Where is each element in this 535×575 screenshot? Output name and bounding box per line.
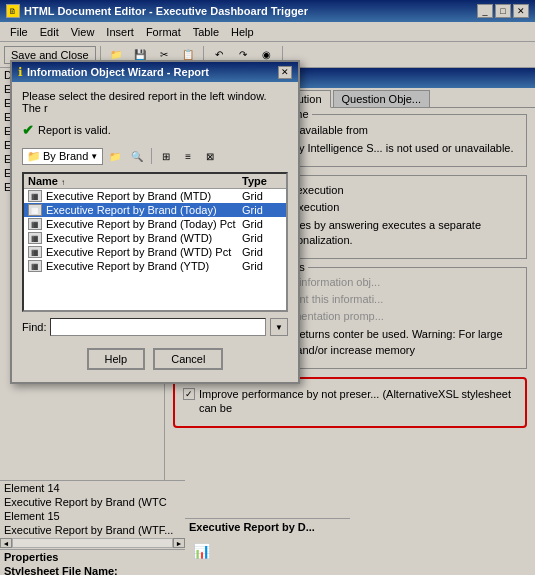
close-button[interactable]: ✕ [513, 4, 529, 18]
scroll-left-btn[interactable]: ◄ [0, 538, 12, 548]
valid-text: Report is valid. [38, 124, 111, 136]
scroll-track [12, 538, 173, 548]
dialog-tool-btn-4[interactable]: ≡ [178, 146, 198, 166]
app-icon: 🗎 [6, 4, 20, 18]
report-icon-1: ▦ [28, 204, 42, 216]
report-name-4: Executive Report by Brand (WTD) Pct [46, 246, 242, 258]
find-button[interactable]: ▼ [270, 318, 288, 336]
menu-help[interactable]: Help [225, 24, 260, 40]
find-input[interactable] [50, 318, 266, 336]
tab-question-object[interactable]: Question Obje... [333, 90, 431, 107]
report-icon-0: ▦ [28, 190, 42, 202]
report-row-5[interactable]: ▦ Executive Report by Brand (YTD) Grid [24, 259, 286, 273]
sort-arrow-icon: ↑ [61, 178, 65, 187]
menu-file[interactable]: File [4, 24, 34, 40]
formatting-checkbox-row-0: ✓ Improve performance by not preser... (… [183, 387, 517, 416]
dialog-icon: ℹ [18, 65, 23, 79]
menu-format[interactable]: Format [140, 24, 187, 40]
dialog-title-bar: ℹ Information Object Wizard - Report ✕ [12, 62, 298, 82]
window-title: HTML Document Editor - Executive Dashboa… [24, 5, 308, 17]
dialog-title-left: ℹ Information Object Wizard - Report [18, 65, 209, 79]
find-label: Find: [22, 321, 46, 333]
bottom-item-3[interactable]: Executive Report by Brand (WTF... [0, 523, 185, 537]
report-row-4[interactable]: ▦ Executive Report by Brand (WTD) Pct Gr… [24, 245, 286, 259]
dialog-title-text: Information Object Wizard - Report [27, 66, 209, 78]
report-name-0: Executive Report by Brand (MTD) [46, 190, 242, 202]
brand-folder-icon: 📁 [27, 150, 41, 163]
col-name-label: Name [28, 175, 58, 187]
report-type-4: Grid [242, 246, 282, 258]
report-type-3: Grid [242, 232, 282, 244]
dialog-tool-separator [151, 148, 152, 164]
bottom-center-icon-area: 📊 [185, 537, 350, 565]
dialog-tool-btn-5[interactable]: ⊠ [200, 146, 220, 166]
report-type-0: Grid [242, 190, 282, 202]
bottom-item-2[interactable]: Element 15 [0, 509, 185, 523]
title-bar: 🗎 HTML Document Editor - Executive Dashb… [0, 0, 535, 22]
report-name-5: Executive Report by Brand (YTD) [46, 260, 242, 272]
dialog-body: Please select the desired report in the … [12, 82, 298, 382]
bottom-item-0[interactable]: Element 14 [0, 481, 185, 495]
find-bar: Find: ▼ [22, 318, 288, 336]
brand-dropdown[interactable]: 📁 By Brand ▼ [22, 148, 103, 165]
dialog-instruction: Please select the desired report in the … [22, 90, 288, 114]
report-icon-3: ▦ [28, 232, 42, 244]
brand-dropdown-arrow-icon: ▼ [90, 152, 98, 161]
cancel-button[interactable]: Cancel [153, 348, 223, 370]
report-icon-2: ▦ [28, 218, 42, 230]
menu-view[interactable]: View [65, 24, 101, 40]
dialog-tool-btn-1[interactable]: 📁 [105, 146, 125, 166]
dialog-buttons: Help Cancel [22, 344, 288, 374]
report-type-2: Grid [242, 218, 282, 230]
report-type-1: Grid [242, 204, 282, 216]
report-row-2[interactable]: ▦ Executive Report by Brand (Today) Pct … [24, 217, 286, 231]
report-type-5: Grid [242, 260, 282, 272]
report-icon-5: ▦ [28, 260, 42, 272]
col-name-header: Name ↑ [28, 175, 242, 187]
check-icon: ✔ [22, 122, 34, 138]
window-controls: _ □ ✕ [477, 4, 529, 18]
col-type-header: Type [242, 175, 282, 187]
formatting-information-section: Formatting Information ✓ Improve perform… [173, 377, 527, 428]
menu-edit[interactable]: Edit [34, 24, 65, 40]
report-row-1[interactable]: ▦ Executive Report by Brand (Today) Grid [24, 203, 286, 217]
information-object-wizard-dialog: ℹ Information Object Wizard - Report ✕ P… [10, 60, 300, 384]
report-row-0[interactable]: ▦ Executive Report by Brand (MTD) Grid [24, 189, 286, 203]
report-name-2: Executive Report by Brand (Today) Pct [46, 218, 242, 230]
dialog-close-button[interactable]: ✕ [278, 66, 292, 79]
report-list-container: Name ↑ Type ▦ Executive Report by Brand … [22, 172, 288, 312]
formatting-content: ✓ Improve performance by not preser... (… [183, 387, 517, 416]
report-name-3: Executive Report by Brand (WTD) [46, 232, 242, 244]
formatting-checkbox-label-0: Improve performance by not preser... (Al… [199, 387, 517, 416]
menu-table[interactable]: Table [187, 24, 225, 40]
maximize-button[interactable]: □ [495, 4, 511, 18]
exec-report-label: Executive Report by D... [185, 518, 350, 535]
brand-label: By Brand [43, 150, 88, 162]
minimize-button[interactable]: _ [477, 4, 493, 18]
dialog-tool-btn-2[interactable]: 🔍 [127, 146, 147, 166]
bottom-scrollbar[interactable]: ◄ ► [0, 538, 185, 548]
bottom-area: Element 14 Executive Report by Brand (WT… [0, 480, 185, 575]
stylesheet-label: Stylesheet File Name: [0, 564, 185, 575]
report-list-header: Name ↑ Type [24, 174, 286, 189]
dialog-toolbar: 📁 By Brand ▼ 📁 🔍 ⊞ ≡ ⊠ [22, 146, 288, 166]
valid-indicator: ✔ Report is valid. [22, 122, 288, 138]
title-bar-left: 🗎 HTML Document Editor - Executive Dashb… [6, 4, 308, 18]
scroll-right-btn[interactable]: ► [173, 538, 185, 548]
dialog-tool-btn-3[interactable]: ⊞ [156, 146, 176, 166]
menu-bar: File Edit View Insert Format Table Help [0, 22, 535, 42]
menu-insert[interactable]: Insert [100, 24, 140, 40]
report-name-1: Executive Report by Brand (Today) [46, 204, 242, 216]
bottom-item-1[interactable]: Executive Report by Brand (WTC [0, 495, 185, 509]
formatting-checkbox-0[interactable]: ✓ [183, 388, 195, 400]
report-thumbnail-icon: 📊 [189, 539, 213, 563]
properties-title: Properties [0, 549, 185, 564]
report-icon-4: ▦ [28, 246, 42, 258]
help-button[interactable]: Help [87, 348, 146, 370]
report-row-3[interactable]: ▦ Executive Report by Brand (WTD) Grid [24, 231, 286, 245]
